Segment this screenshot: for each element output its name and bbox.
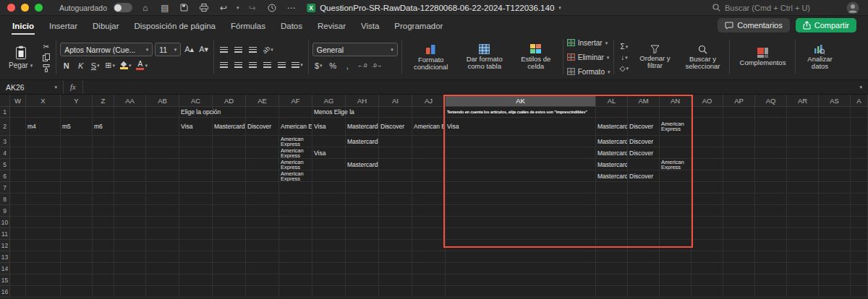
cell-Y15[interactable] <box>61 274 93 286</box>
cell-X7[interactable] <box>26 182 61 194</box>
formula-input[interactable] <box>83 80 854 94</box>
cell-A16[interactable] <box>851 286 868 298</box>
decrease-font-button[interactable]: A▾ <box>197 43 210 56</box>
cell-AN11[interactable] <box>660 228 692 240</box>
cell-AS12[interactable] <box>819 240 851 251</box>
cell-AQ12[interactable] <box>755 240 787 251</box>
cell-Z10[interactable] <box>93 217 114 228</box>
cell-X11[interactable] <box>26 228 61 240</box>
cell-AQ6[interactable] <box>755 170 787 182</box>
cell-AC5[interactable] <box>179 159 213 170</box>
align-center-button[interactable] <box>232 58 244 71</box>
more-commands-icon[interactable]: ⋯ <box>285 3 298 13</box>
cell-AC11[interactable] <box>179 228 213 240</box>
cell-AF16[interactable] <box>279 286 312 298</box>
cell-AI2[interactable]: Discover <box>379 118 412 136</box>
cell-AH7[interactable] <box>346 182 379 194</box>
cell-AP11[interactable] <box>723 228 755 240</box>
cell-AA1[interactable] <box>114 107 146 118</box>
cell-AD7[interactable] <box>213 182 246 194</box>
cell-AK9[interactable] <box>446 205 596 217</box>
sort-filter-button[interactable]: Ordenar y filtrar <box>633 43 676 71</box>
currency-format-button[interactable]: $▾ <box>312 59 325 72</box>
tab-dibujar[interactable]: Dibujar <box>92 19 119 35</box>
row-header-8[interactable]: 8 <box>0 194 10 205</box>
cell-AD6[interactable] <box>213 170 246 182</box>
share-button[interactable]: Compartir <box>796 18 856 32</box>
cell-AO15[interactable] <box>692 274 723 286</box>
cell-AI16[interactable] <box>379 286 412 298</box>
cell-AF11[interactable] <box>279 228 312 240</box>
cell-AR5[interactable] <box>787 159 819 170</box>
zoom-window-button[interactable] <box>35 4 43 12</box>
cell-Z2[interactable]: m6 <box>93 118 114 136</box>
cell-X8[interactable] <box>26 194 61 205</box>
cell-AA14[interactable] <box>114 263 146 274</box>
cell-AL12[interactable] <box>596 240 628 251</box>
column-header-AS[interactable]: AS <box>819 95 851 107</box>
cell-AK5[interactable] <box>446 159 596 170</box>
cell-AJ10[interactable] <box>412 217 446 228</box>
cell-Z12[interactable] <box>93 240 114 251</box>
cell-X5[interactable] <box>26 159 61 170</box>
cell-AD15[interactable] <box>213 274 246 286</box>
cell-AS4[interactable] <box>819 147 851 159</box>
cell-AR11[interactable] <box>787 228 819 240</box>
cell-Z8[interactable] <box>93 194 114 205</box>
cell-W1[interactable] <box>10 107 26 118</box>
cell-AP9[interactable] <box>723 205 755 217</box>
column-header-AG[interactable]: AG <box>312 95 346 107</box>
cell-AQ2[interactable] <box>755 118 787 136</box>
find-select-button[interactable]: Buscar y seleccionar <box>679 43 726 72</box>
cell-AO10[interactable] <box>692 217 723 228</box>
cell-AB13[interactable] <box>146 251 179 263</box>
cell-AS1[interactable] <box>819 107 851 118</box>
cell-X6[interactable] <box>26 170 61 182</box>
cell-AS3[interactable] <box>819 136 851 147</box>
cell-AF15[interactable] <box>279 274 312 286</box>
cell-AK8[interactable] <box>446 194 596 205</box>
cell-AO11[interactable] <box>692 228 723 240</box>
cell-AA6[interactable] <box>114 170 146 182</box>
cell-A2[interactable] <box>851 118 868 136</box>
cell-AM15[interactable] <box>628 274 660 286</box>
cell-AJ15[interactable] <box>412 274 446 286</box>
tab-revisar[interactable]: Revisar <box>317 19 346 35</box>
cell-AM3[interactable]: Discover <box>628 136 660 147</box>
cell-AE2[interactable]: Discover <box>246 118 279 136</box>
cell-AP10[interactable] <box>723 217 755 228</box>
document-title-area[interactable]: X QuestionPro-SR-RawData-12280068-06-22-… <box>307 4 561 12</box>
cell-AQ4[interactable] <box>755 147 787 159</box>
cell-AJ13[interactable] <box>412 251 446 263</box>
cell-AF6[interactable]: American Express <box>279 170 312 182</box>
cell-AS10[interactable] <box>819 217 851 228</box>
cell-W12[interactable] <box>10 240 26 251</box>
cell-AB5[interactable] <box>146 159 179 170</box>
cell-AH15[interactable] <box>346 274 379 286</box>
cell-Y9[interactable] <box>61 205 93 217</box>
cell-AH11[interactable] <box>346 228 379 240</box>
cell-AI9[interactable] <box>379 205 412 217</box>
cell-AP3[interactable] <box>723 136 755 147</box>
avatar[interactable] <box>846 1 859 14</box>
cell-AO5[interactable] <box>692 159 723 170</box>
cell-AI7[interactable] <box>379 182 412 194</box>
insert-cells-button[interactable]: Insertar▾ <box>567 37 608 48</box>
cell-AP15[interactable] <box>723 274 755 286</box>
cell-A3[interactable] <box>851 136 868 147</box>
cell-Z9[interactable] <box>93 205 114 217</box>
column-header-AJ[interactable]: AJ <box>412 95 446 107</box>
cell-AI4[interactable] <box>379 147 412 159</box>
cell-AK13[interactable] <box>446 251 596 263</box>
cell-AO6[interactable] <box>692 170 723 182</box>
cell-W15[interactable] <box>10 274 26 286</box>
cell-AC15[interactable] <box>179 274 213 286</box>
paste-button[interactable]: Pegar▾ <box>4 43 37 72</box>
cell-W10[interactable] <box>10 217 26 228</box>
cell-AK1[interactable]: Teniendo en cuenta los artículos, elija … <box>446 107 596 118</box>
cell-AA2[interactable] <box>114 118 146 136</box>
cell-AE11[interactable] <box>246 228 279 240</box>
column-header-AI[interactable]: AI <box>379 95 412 107</box>
cell-AQ10[interactable] <box>755 217 787 228</box>
column-header-AQ[interactable]: AQ <box>755 95 787 107</box>
